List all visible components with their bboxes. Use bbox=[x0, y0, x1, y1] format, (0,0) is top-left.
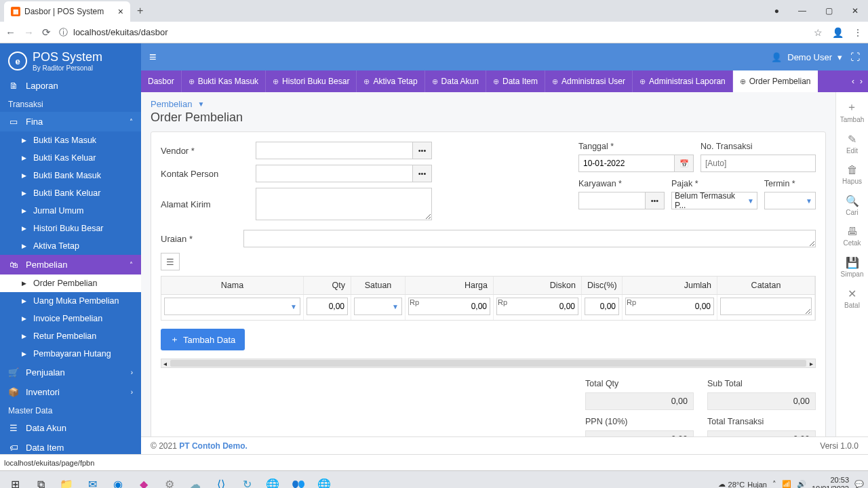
notrx-input[interactable] bbox=[701, 155, 816, 172]
sidebar-sub[interactable]: ▶Order Pembelian bbox=[0, 274, 141, 292]
sidebar-sub[interactable]: ▶Invoice Pembelian bbox=[0, 310, 141, 327]
start-icon[interactable]: ⊞ bbox=[4, 474, 26, 489]
sidebar-data-akun[interactable]: ☰Data Akun bbox=[0, 418, 141, 438]
tab[interactable]: ⊕Data Item bbox=[486, 70, 545, 92]
minimize-icon[interactable]: — bbox=[798, 6, 806, 16]
fullscreen-icon[interactable]: ⛶ bbox=[850, 52, 860, 62]
satuan-select[interactable]: ▼ bbox=[354, 298, 402, 315]
tanggal-input[interactable] bbox=[578, 155, 675, 172]
action-edit[interactable]: ✎Edit bbox=[846, 133, 858, 155]
pajak-select[interactable]: Belum Termasuk P...▼ bbox=[671, 192, 757, 209]
sidebar-sub[interactable]: ▶Jurnal Umum bbox=[0, 202, 141, 220]
window-close-icon[interactable]: ✕ bbox=[852, 6, 859, 16]
user-menu[interactable]: 👤 Demo User ▾ bbox=[771, 52, 842, 62]
sidebar-sub[interactable]: ▶Bukti Bank Masuk bbox=[0, 167, 141, 184]
clock[interactable]: 20:5310/01/2022 bbox=[812, 476, 849, 488]
harga-input[interactable] bbox=[408, 298, 490, 315]
sidebar-sub[interactable]: ▶Histori Buku Besar bbox=[0, 220, 141, 237]
alamat-textarea[interactable] bbox=[256, 188, 432, 220]
tab[interactable]: ⊕Administrasi Laporan bbox=[633, 70, 733, 92]
tab-prev-icon[interactable]: ‹ bbox=[852, 77, 854, 86]
scroll-left-icon[interactable]: ◂ bbox=[161, 360, 169, 367]
sidebar-penjualan[interactable]: 🛒Penjualan› bbox=[0, 363, 141, 382]
tambah-data-button[interactable]: ＋Tambah Data bbox=[161, 329, 245, 350]
tab[interactable]: Dasbor bbox=[141, 70, 182, 92]
sidebar-fina[interactable]: ▭Fina˄ bbox=[0, 112, 141, 131]
karyawan-input[interactable] bbox=[578, 192, 646, 209]
profile-icon[interactable]: 👤 bbox=[832, 27, 844, 38]
close-icon[interactable]: × bbox=[118, 6, 123, 17]
app-icon[interactable]: ↻ bbox=[236, 474, 258, 489]
tab[interactable]: ⊕Administrasi User bbox=[545, 70, 633, 92]
sidebar-sub[interactable]: ▶Uang Muka Pembelian bbox=[0, 292, 141, 310]
tab[interactable]: ⊕Data Akun bbox=[425, 70, 486, 92]
chrome-icon[interactable]: 🌐 bbox=[262, 474, 283, 489]
calendar-icon[interactable]: 📅 bbox=[675, 155, 694, 172]
tab[interactable]: ⊕Order Pembelian bbox=[733, 70, 818, 92]
kontak-lookup-button[interactable]: ••• bbox=[413, 165, 432, 182]
new-tab-button[interactable]: + bbox=[137, 5, 143, 17]
tray-chevron-icon[interactable]: ˄ bbox=[772, 480, 776, 488]
chrome-icon[interactable]: 🌐 bbox=[313, 474, 335, 489]
uraian-textarea[interactable] bbox=[243, 230, 816, 247]
edge-icon[interactable]: ◉ bbox=[107, 474, 129, 489]
outlook-icon[interactable]: ✉ bbox=[81, 474, 103, 489]
taskview-icon[interactable]: ⧉ bbox=[30, 474, 52, 489]
qty-input[interactable] bbox=[307, 298, 348, 315]
sidebar-sub[interactable]: ▶Pembayaran Hutang bbox=[0, 345, 141, 363]
app-icon[interactable]: ◆ bbox=[133, 474, 155, 489]
sidebar-data-item[interactable]: 🏷Data Item bbox=[0, 438, 141, 458]
breadcrumb[interactable]: Pembelian▼ bbox=[151, 99, 826, 109]
vendor-input[interactable] bbox=[256, 142, 413, 159]
maximize-icon[interactable]: ▢ bbox=[825, 6, 833, 16]
diskon-input[interactable] bbox=[496, 298, 578, 315]
action-cari[interactable]: 🔍Cari bbox=[846, 195, 859, 216]
app-icon[interactable]: ⚙ bbox=[159, 474, 180, 489]
weather-widget[interactable]: ☁28°CHujan bbox=[718, 480, 767, 488]
explorer-icon[interactable]: 📁 bbox=[56, 474, 77, 489]
reload-icon[interactable]: ⟳ bbox=[42, 26, 51, 39]
site-info-icon[interactable]: ⓘ bbox=[59, 26, 68, 39]
teams-icon[interactable]: 👥 bbox=[288, 474, 309, 489]
wifi-icon[interactable]: 📶 bbox=[782, 480, 791, 488]
tab[interactable]: ⊕Bukti Kas Masuk bbox=[182, 70, 266, 92]
jumlah-input[interactable] bbox=[625, 298, 714, 315]
vscode-icon[interactable]: ⟨⟩ bbox=[210, 474, 232, 489]
notifications-icon[interactable]: 💬 bbox=[854, 480, 864, 488]
sidebar-pembelian[interactable]: 🛍Pembelian˄ bbox=[0, 255, 141, 274]
back-icon[interactable]: ← bbox=[5, 26, 16, 38]
action-batal[interactable]: ✕Batal bbox=[844, 287, 860, 309]
action-cetak[interactable]: 🖶Cetak bbox=[843, 226, 861, 247]
app-icon[interactable]: ☁ bbox=[184, 474, 206, 489]
karyawan-lookup-button[interactable]: ••• bbox=[646, 192, 665, 209]
hamburger-icon[interactable]: ≡ bbox=[149, 50, 157, 64]
tab[interactable]: ⊕Aktiva Tetap bbox=[357, 70, 425, 92]
catatan-textarea[interactable] bbox=[720, 298, 812, 315]
record-icon[interactable]: ● bbox=[774, 6, 779, 16]
sidebar-sub[interactable]: ▶Bukti Kas Keluar bbox=[0, 149, 141, 167]
url-field[interactable]: ⓘ localhost/ekuitas/dasbor bbox=[59, 26, 806, 39]
vendor-lookup-button[interactable]: ••• bbox=[413, 142, 432, 159]
menu-icon[interactable]: ⋮ bbox=[853, 27, 863, 38]
action-simpan[interactable]: 💾Simpan bbox=[841, 256, 864, 278]
scroll-right-icon[interactable]: ▸ bbox=[808, 360, 815, 367]
termin-select[interactable]: ▼ bbox=[764, 192, 816, 209]
sidebar-inventori[interactable]: 📦Inventori› bbox=[0, 382, 141, 402]
forward-icon[interactable]: → bbox=[24, 26, 34, 38]
star-icon[interactable]: ☆ bbox=[814, 27, 823, 38]
action-tambah[interactable]: ＋Tambah bbox=[840, 100, 865, 123]
browser-tab[interactable]: ▦ Dasbor | POS System × bbox=[4, 1, 130, 22]
action-hapus[interactable]: 🗑Hapus bbox=[842, 164, 862, 185]
sidebar-sub[interactable]: ▶Bukti Kas Masuk bbox=[0, 131, 141, 149]
discp-input[interactable] bbox=[585, 298, 619, 315]
sidebar-sub[interactable]: ▶Bukti Bank Keluar bbox=[0, 184, 141, 202]
sidebar-laporan[interactable]: 🗎Laporan bbox=[0, 76, 141, 96]
kontak-input[interactable] bbox=[256, 165, 413, 182]
tab[interactable]: ⊕Histori Buku Besar bbox=[266, 70, 357, 92]
horizontal-scrollbar[interactable]: ◂▸ bbox=[161, 359, 816, 368]
list-view-button[interactable]: ☰ bbox=[161, 253, 180, 270]
sidebar-sub[interactable]: ▶Aktiva Tetap bbox=[0, 237, 141, 255]
nama-select[interactable]: ▼ bbox=[164, 298, 300, 315]
tab-next-icon[interactable]: › bbox=[860, 77, 863, 86]
sidebar-sub[interactable]: ▶Retur Pembelian bbox=[0, 327, 141, 345]
